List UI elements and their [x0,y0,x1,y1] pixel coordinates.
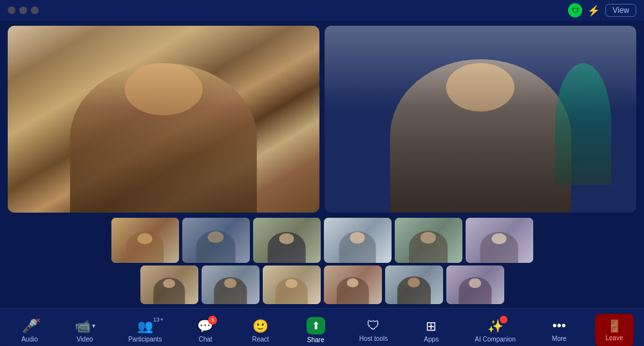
chat-icon: 💬 1 [197,318,213,334]
participant-thumb-5[interactable] [395,218,462,263]
chat-badge: 1 [208,316,217,325]
ai-companion-button[interactable]: ✨ AI Companion [467,314,523,347]
leave-icon: 🚪 [607,319,621,333]
participant-thumb-11[interactable] [385,265,443,304]
react-button[interactable]: 🙂 React [242,314,280,347]
participant-thumb-10[interactable] [324,265,382,304]
host-tools-icon: 🛡 [367,318,380,333]
chat-button[interactable]: 💬 1 Chat [186,314,225,347]
title-bar: 🛡 ⚡ View [0,0,644,21]
apps-label: Apps [424,336,439,343]
participants-label: Participants [128,336,162,343]
primary-video-grid [8,26,636,213]
audio-icon: 🎤✕ [22,318,38,334]
react-icon: 🙂 [252,318,269,334]
video-button[interactable]: 📹▾ Video [66,314,104,347]
title-bar-right: 🛡 ⚡ View [568,3,636,17]
ai-companion-label: AI Companion [475,336,515,343]
leave-label: Leave [605,334,623,341]
apps-button[interactable]: ⊞ Apps [412,314,451,347]
ai-companion-icon: ✨ [488,318,504,334]
video-tile-1[interactable] [8,26,319,213]
participant-thumb-12[interactable] [446,265,504,304]
participants-button[interactable]: 👥 13 + Participants [120,314,169,347]
participants-count: 13 [153,316,160,323]
toolbar: 🎤✕ Audio 📹▾ Video 👥 13 + Participants [0,308,644,346]
participant-strip [8,218,636,304]
apps-icon: ⊞ [426,318,437,334]
participant-thumb-9[interactable] [263,265,321,304]
more-label: More [552,335,567,342]
more-button[interactable]: ••• More [540,314,578,346]
participant-thumb-3[interactable] [253,218,321,263]
security-shield-icon[interactable]: 🛡 [568,3,582,17]
host-tools-button[interactable]: 🛡 Host tools [352,314,395,346]
participant-thumb-8[interactable] [202,265,260,304]
close-button[interactable] [8,6,15,14]
video-icon: 📹▾ [75,318,95,334]
audio-button[interactable]: 🎤✕ Audio [10,314,49,347]
chat-label: Chat [198,336,212,343]
video-tile-2[interactable] [325,26,636,213]
share-button[interactable]: ⬆ Share [296,313,335,346]
participant-thumb-7[interactable] [140,265,198,304]
main-content [0,21,644,304]
maximize-button[interactable] [31,6,39,14]
participants-icon: 👥 13 + [137,318,153,334]
share-label: Share [307,336,325,343]
leave-button[interactable]: 🚪 Leave [595,314,634,346]
video-label: Video [77,336,93,343]
participant-thumb-6[interactable] [466,218,533,263]
strip-row-1 [8,218,636,263]
participant-thumb-2[interactable] [182,218,250,263]
window-controls [8,6,39,14]
more-icon: ••• [553,318,566,333]
host-tools-label: Host tools [359,335,388,342]
share-icon: ⬆ [307,317,325,334]
lightning-icon: ⚡ [587,5,600,17]
strip-row-2 [8,265,636,304]
participant-thumb-4[interactable] [324,218,392,263]
app-window: 🛡 ⚡ View [0,0,644,346]
react-label: React [252,336,269,343]
participant-thumb-1[interactable] [111,218,179,263]
toolbar-wrapper: 🎤✕ Audio 📹▾ Video 👥 13 + Participants [10,313,634,346]
audio-label: Audio [21,336,38,343]
minimize-button[interactable] [19,6,27,14]
view-button[interactable]: View [605,4,636,17]
